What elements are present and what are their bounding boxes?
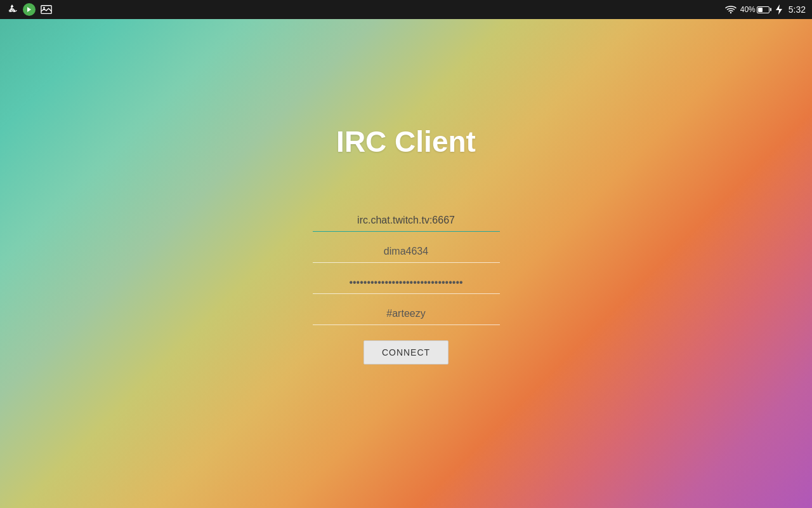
app-title: IRC Client xyxy=(336,124,476,159)
battery-outline xyxy=(757,6,769,13)
svg-point-9 xyxy=(730,12,731,13)
svg-point-8 xyxy=(43,7,45,9)
login-form: CONNECT xyxy=(311,210,501,364)
image-icon xyxy=(41,4,52,15)
svg-rect-1 xyxy=(11,6,13,8)
battery-percent: 40% xyxy=(740,5,756,14)
battery-fill xyxy=(758,8,763,12)
username-input[interactable] xyxy=(313,241,500,263)
wifi-icon xyxy=(725,4,737,15)
charging-icon xyxy=(773,4,785,15)
status-bar-left xyxy=(6,3,52,16)
main-content: IRC Client CONNECT xyxy=(0,19,812,508)
svg-marker-6 xyxy=(27,7,31,12)
battery-indicator: 40% xyxy=(740,5,769,14)
status-bar: 40% 5:32 xyxy=(0,0,812,19)
usb-icon xyxy=(6,4,18,15)
status-time: 5:32 xyxy=(789,4,806,15)
connect-button[interactable]: CONNECT xyxy=(363,340,449,364)
password-input[interactable] xyxy=(313,272,500,294)
channel-input[interactable] xyxy=(313,303,500,325)
server-input[interactable] xyxy=(313,210,500,232)
status-bar-right: 40% 5:32 xyxy=(725,4,806,15)
app-icon-green xyxy=(23,3,36,16)
svg-marker-10 xyxy=(776,4,782,15)
svg-point-0 xyxy=(11,5,13,6)
